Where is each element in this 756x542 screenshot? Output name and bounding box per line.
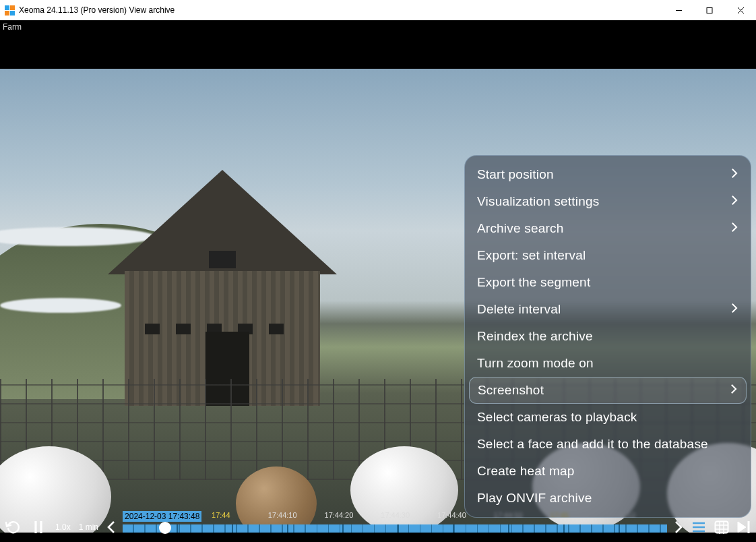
menu-item[interactable]: Visualization settings: [465, 188, 751, 215]
menu-item-label: Export the segment: [477, 275, 590, 290]
svg-rect-1: [716, 522, 728, 533]
menu-item-label: Reindex the archive: [477, 329, 593, 344]
svg-rect-0: [707, 7, 712, 13]
chevron-right-icon: [730, 167, 738, 183]
window-titlebar: Xeoma 24.11.13 (Pro version) View archiv…: [0, 0, 756, 20]
datetime-label: 2024-12-03 17:43:48: [123, 511, 201, 522]
menu-item-label: Select cameras to playback: [477, 410, 637, 425]
window-title: Xeoma 24.11.13 (Pro version) View archiv…: [19, 5, 175, 15]
menu-item-label: Visualization settings: [477, 194, 600, 209]
menu-item-label: Screenshot: [478, 383, 544, 398]
menu-item[interactable]: Export: set interval: [465, 242, 751, 269]
tick-label: 17:44:20: [325, 511, 381, 519]
chevron-right-icon: [730, 194, 738, 210]
chevron-right-icon: [730, 221, 738, 237]
timeline-prev-button[interactable]: [102, 514, 120, 541]
menu-item-label: Delete interval: [477, 302, 561, 317]
menu-item-label: Play ONVIF archive: [477, 491, 592, 506]
menu-item-label: Export: set interval: [477, 248, 586, 263]
menu-item-label: Create heat map: [477, 464, 575, 479]
window-minimize-button[interactable]: [663, 0, 694, 20]
menu-item-label: Archive search: [477, 221, 563, 236]
tick-label: 17:44: [212, 511, 268, 519]
tick-label: 17:44:10: [268, 511, 325, 519]
menu-item[interactable]: Screenshot: [469, 377, 747, 404]
window-maximize-button[interactable]: [694, 0, 725, 20]
menu-item[interactable]: Archive search: [465, 215, 751, 242]
menu-item[interactable]: Turn zoom mode on: [465, 350, 751, 377]
app-icon: [4, 5, 15, 16]
calendar-button[interactable]: [710, 514, 733, 541]
archive-viewer: Farm Start positionVisualization setting…: [0, 20, 756, 542]
chevron-right-icon: [729, 383, 738, 398]
timeline-scale[interactable]: 1 min: [75, 522, 102, 532]
menu-item-label: Select a face and add it to the database: [477, 437, 708, 452]
playhead[interactable]: [159, 522, 171, 534]
menu-item[interactable]: Play ONVIF archive: [465, 485, 751, 512]
tick-label: 17:44:30: [381, 511, 437, 519]
window-close-button[interactable]: [725, 0, 756, 20]
archive-context-menu: Start positionVisualization settingsArch…: [464, 155, 751, 518]
timeline-list-button[interactable]: [687, 514, 710, 541]
menu-item[interactable]: Select cameras to playback: [465, 404, 751, 431]
menu-item[interactable]: Reindex the archive: [465, 323, 751, 350]
timeline-track[interactable]: [123, 524, 667, 533]
menu-item-label: Start position: [477, 167, 554, 182]
pause-button[interactable]: [26, 514, 51, 541]
menu-item[interactable]: Export the segment: [465, 269, 751, 296]
skip-to-end-button[interactable]: [733, 514, 756, 541]
back-button[interactable]: [0, 514, 26, 541]
menu-item[interactable]: Create heat map: [465, 458, 751, 485]
timeline-next-button[interactable]: [670, 514, 687, 541]
playback-speed[interactable]: 1.0x: [51, 522, 75, 532]
menu-item[interactable]: Start position: [465, 161, 751, 188]
menu-item[interactable]: Select a face and add it to the database: [465, 431, 751, 458]
menu-item-label: Turn zoom mode on: [477, 356, 594, 371]
chevron-right-icon: [730, 302, 738, 318]
menu-item[interactable]: Delete interval: [465, 296, 751, 323]
camera-name-label: Farm: [3, 22, 22, 32]
